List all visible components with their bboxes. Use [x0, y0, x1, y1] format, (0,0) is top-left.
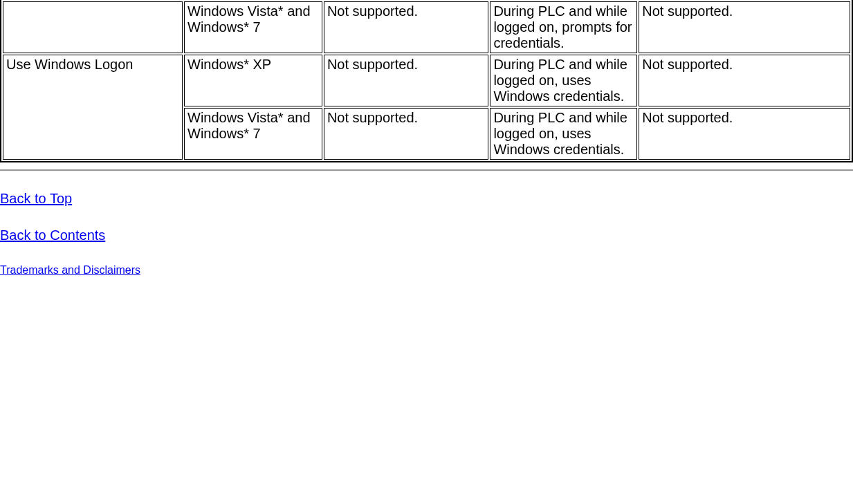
- divider: [0, 169, 853, 171]
- cell-behavior: During PLC and while logged on, uses Win…: [490, 55, 637, 106]
- cell-support-2: Not supported.: [639, 55, 850, 106]
- cell-support-1: Not supported.: [324, 108, 489, 160]
- cell-os: Windows Vista* and Windows* 7: [184, 1, 322, 53]
- compatibility-table: Windows Vista* and Windows* 7 Not suppor…: [0, 0, 853, 162]
- back-to-contents-link[interactable]: Back to Contents: [0, 227, 105, 243]
- cell-support-2: Not supported.: [639, 1, 850, 53]
- back-to-top-link[interactable]: Back to Top: [0, 191, 72, 206]
- cell-os: Windows* XP: [184, 55, 322, 106]
- cell-os: Windows Vista* and Windows* 7: [184, 108, 322, 160]
- back-to-top-para: Back to Top: [0, 191, 853, 207]
- cell-feature: Use Windows Logon: [3, 55, 183, 160]
- back-to-contents-para: Back to Contents: [0, 227, 853, 243]
- cell-support-1: Not supported.: [324, 1, 489, 53]
- trademarks-link[interactable]: Trademarks and Disclaimers: [0, 264, 140, 276]
- cell-feature: [3, 1, 183, 53]
- cell-behavior: During PLC and while logged on, prompts …: [490, 1, 637, 53]
- table-row: Use Windows Logon Windows* XP Not suppor…: [3, 55, 850, 106]
- cell-support-2: Not supported.: [639, 108, 850, 160]
- table-row: Windows Vista* and Windows* 7 Not suppor…: [3, 1, 850, 53]
- cell-support-1: Not supported.: [324, 55, 489, 106]
- trademarks-para: Trademarks and Disclaimers: [0, 264, 853, 277]
- cell-behavior: During PLC and while logged on, uses Win…: [490, 108, 637, 160]
